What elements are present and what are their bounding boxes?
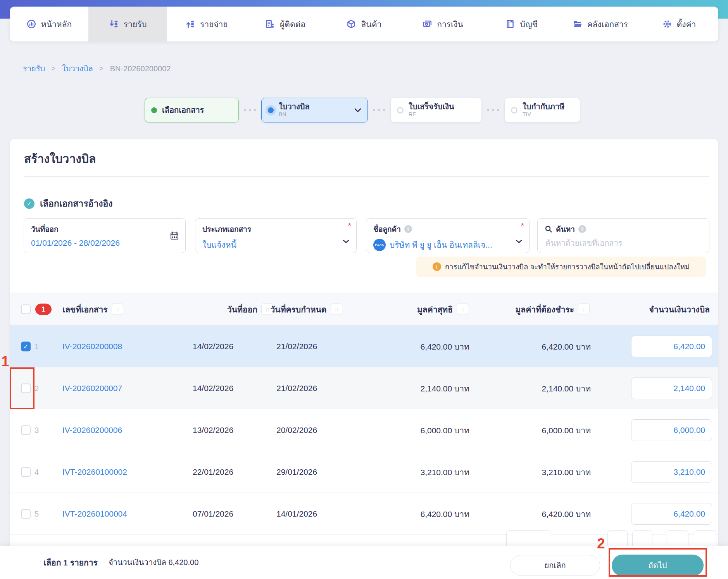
annotation-label-1: 1 xyxy=(1,353,9,370)
chevron-down-icon[interactable] xyxy=(349,108,361,112)
net-value: 3,210.00 บาท xyxy=(420,465,469,478)
filter-label: ชื่อลูกค้า ? xyxy=(373,223,522,235)
filter-label: ประเภทเอกสาร xyxy=(202,223,349,235)
nav-tab-label: การเงิน xyxy=(437,18,463,31)
sort-icon[interactable]: ↓↑ xyxy=(331,303,342,315)
issue-date: 07/01/2026 xyxy=(193,509,233,519)
nav-tab-label: สินค้า xyxy=(361,18,381,31)
doc-type-value: ใบแจ้งหนี้ xyxy=(202,238,349,251)
required-asterisk: * xyxy=(348,222,351,230)
divider xyxy=(24,176,709,177)
issue-date: 14/02/2026 xyxy=(193,342,233,351)
step-code: RE xyxy=(409,111,454,117)
cancel-button[interactable]: ยกเลิก xyxy=(510,555,600,576)
table-header-row: 1 เลขที่เอกสาร ↓↑ วันที่ออก ↓↑ วันที่ครบ… xyxy=(10,293,718,326)
nav-tab-documents[interactable]: คลังเอกสาร xyxy=(561,7,640,41)
selected-count-badge: 1 xyxy=(35,303,52,315)
row-index: 1 xyxy=(35,342,39,351)
doc-number-link[interactable]: IV-20260200006 xyxy=(62,426,122,435)
search-label: ค้นหา xyxy=(556,223,575,235)
doc-number-link[interactable]: IV-20260200007 xyxy=(62,384,122,393)
column-header-doc-no: เลขที่เอกสาร xyxy=(62,303,108,315)
payable-value: 2,140.00 บาท xyxy=(542,382,591,395)
row-checkbox[interactable] xyxy=(21,425,31,435)
due-date: 14/01/2026 xyxy=(276,509,317,519)
nav-tab-label: ผู้ติดต่อ xyxy=(280,18,305,31)
step-code: TIV xyxy=(523,111,564,117)
billing-amount-input[interactable] xyxy=(631,503,712,525)
net-value: 6,420.00 บาท xyxy=(420,507,469,520)
step-tax-invoice[interactable]: ใบกำกับภาษี TIV xyxy=(504,98,580,122)
step-billing-note[interactable]: ใบวางบิล BN xyxy=(261,98,368,122)
breadcrumb-link-income[interactable]: รายรับ xyxy=(23,62,45,75)
issue-date: 14/02/2026 xyxy=(193,384,233,393)
doc-number-link[interactable]: IVT-20260100002 xyxy=(62,467,127,477)
nav-tab-label: บัญชี xyxy=(520,18,537,31)
screen: หน้าหลัก รายรับ รายจ่าย ผู้ติดต่อ สินค้า xyxy=(0,0,728,579)
filter-search[interactable]: ค้นหา ? xyxy=(537,218,709,253)
document-stepper: เลือกเอกสาร ใบวางบิล BN ใบเสร็จรับเงิน R… xyxy=(145,98,580,122)
info-banner-text: การแก้ไขจำนวนเงินวางบิล จะทำให้รายการวาง… xyxy=(445,261,690,272)
billing-amount-input[interactable] xyxy=(631,461,712,483)
due-date: 29/01/2026 xyxy=(276,467,317,477)
help-icon[interactable]: ? xyxy=(578,225,586,233)
income-icon xyxy=(109,19,119,29)
page-title: สร้างใบวางบิล xyxy=(24,150,96,168)
payable-value: 6,000.00 บาท xyxy=(542,424,591,436)
nav-tab-home[interactable]: หน้าหลัก xyxy=(10,7,88,41)
nav-tab-expense[interactable]: รายจ่าย xyxy=(167,7,246,41)
filter-customer[interactable]: * ชื่อลูกค้า ? PΞΛK บริษัท พี ยู ยู เอ็น… xyxy=(366,218,530,253)
filter-issue-date[interactable]: วันที่ออก 01/01/2026 - 28/02/2026 xyxy=(24,218,186,253)
due-date: 21/02/2026 xyxy=(276,342,317,351)
billing-amount-input[interactable] xyxy=(631,377,712,399)
calendar-icon[interactable] xyxy=(170,231,179,240)
info-banner: i การแก้ไขจำนวนเงินวางบิล จะทำให้รายการว… xyxy=(416,257,706,277)
nav-tab-accounting[interactable]: บัญชี xyxy=(482,7,561,41)
chevron-down-icon[interactable] xyxy=(516,240,522,243)
billing-amount-input[interactable] xyxy=(631,419,712,441)
help-icon[interactable]: ? xyxy=(404,225,412,233)
filter-doc-type[interactable]: * ประเภทเอกสาร ใบแจ้งหนี้ xyxy=(195,218,357,253)
step-receipt[interactable]: ใบเสร็จรับเงิน RE xyxy=(390,98,482,122)
nav-tab-income[interactable]: รายรับ xyxy=(88,7,167,41)
nav-tab-contacts[interactable]: ผู้ติดต่อ xyxy=(246,7,324,41)
customer-avatar: PΞΛK xyxy=(373,239,386,251)
column-header-billing-amount: จำนวนเงินวางบิล xyxy=(649,303,710,315)
breadcrumb-separator: > xyxy=(52,65,55,72)
step-active-dot-icon xyxy=(268,107,274,113)
sort-icon[interactable]: ↓↑ xyxy=(112,303,123,315)
nav-tab-finance[interactable]: การเงิน xyxy=(404,7,482,41)
step-select-documents[interactable]: เลือกเอกสาร xyxy=(145,98,239,122)
contacts-icon xyxy=(265,19,275,29)
nav-tab-products[interactable]: สินค้า xyxy=(324,7,403,41)
billing-amount-input[interactable] xyxy=(631,336,712,357)
row-index: 5 xyxy=(35,509,39,518)
due-date: 21/02/2026 xyxy=(276,384,317,393)
required-asterisk: * xyxy=(521,222,524,230)
annotation-box-1 xyxy=(10,367,35,409)
search-input[interactable] xyxy=(545,238,704,248)
customer-value: PΞΛK บริษัท พี ยู ยู เอ็น อินเทลลิเจ... xyxy=(373,238,522,251)
filter-label: วันที่ออก xyxy=(31,223,178,235)
column-header-net: มูลค่าสุทธิ xyxy=(417,303,453,315)
row-index: 4 xyxy=(35,467,39,476)
doc-number-link[interactable]: IV-20260200008 xyxy=(62,342,122,351)
breadcrumb-current-doc: BN-20260200002 xyxy=(110,64,171,73)
selected-summary: เลือก 1 รายการ xyxy=(43,556,98,569)
select-all-checkbox[interactable] xyxy=(21,304,31,314)
nav-tab-settings[interactable]: ตั้งค่า xyxy=(640,7,718,41)
doc-number-link[interactable]: IVT-20260100004 xyxy=(62,509,127,519)
nav-tab-label: ตั้งค่า xyxy=(677,18,696,31)
breadcrumb-link-billing-note[interactable]: ใบวางบิล xyxy=(62,62,93,75)
nav-tab-label: รายจ่าย xyxy=(200,18,228,31)
step-label: ใบวางบิล xyxy=(279,102,310,111)
sort-icon[interactable]: ↓↑ xyxy=(578,303,590,315)
row-checkbox[interactable]: ✓ xyxy=(21,341,31,351)
net-value: 6,000.00 บาท xyxy=(420,424,469,436)
table-row: 4 IVT-20260100002 22/01/2026 29/01/2026 … xyxy=(10,451,718,493)
column-header-issue-date: วันที่ออก xyxy=(227,303,257,315)
row-checkbox[interactable] xyxy=(21,509,31,519)
row-checkbox[interactable] xyxy=(21,467,31,477)
chevron-down-icon[interactable] xyxy=(343,240,349,243)
sort-icon[interactable]: ↓↑ xyxy=(457,303,468,315)
